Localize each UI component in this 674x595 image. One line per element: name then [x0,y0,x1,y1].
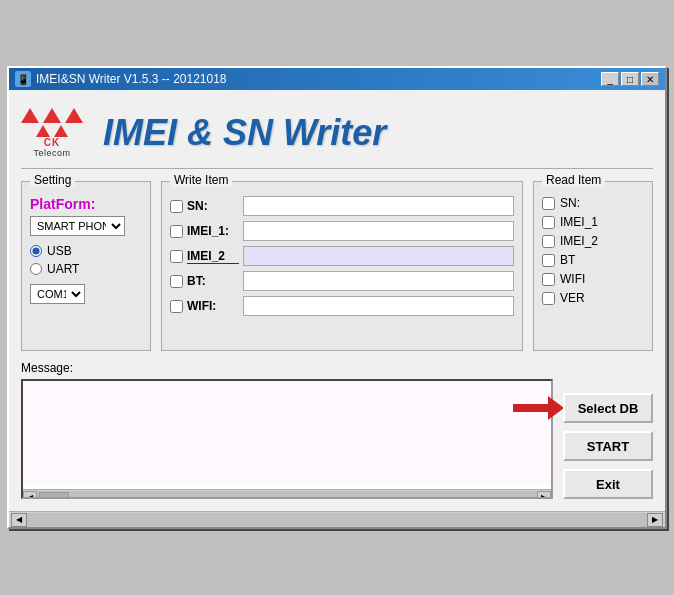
select-db-wrapper: Select DB [563,393,653,423]
app-header: CK Telecom IMEI & SN Writer [21,100,653,169]
logo-area: CK Telecom [21,108,83,158]
write-row-sn: SN: [170,196,514,216]
read-row-imei1: IMEI_1 [542,215,644,229]
write-checkbox-bt[interactable] [170,275,183,288]
write-checkbox-imei1[interactable] [170,225,183,238]
arrow-head [548,396,564,420]
com-select[interactable]: COM1 COM2 COM3 [30,284,85,304]
horizontal-scrollbar[interactable]: ◀ ▶ [23,489,551,499]
read-checkbox-imei2[interactable] [542,235,555,248]
logo-ck: CK [44,137,60,148]
logo-telecom: Telecom [33,148,70,158]
read-checkbox-sn[interactable] [542,197,555,210]
write-input-wifi[interactable] [243,296,514,316]
write-checkbox-wifi[interactable] [170,300,183,313]
radio-usb-item: USB [30,244,142,258]
platform-label: PlatForm: [30,196,142,212]
platform-select-wrapper: SMART PHONE FEATURE PHONE TABLET [30,216,142,236]
write-input-imei2[interactable] [243,246,514,266]
read-label-ver: VER [560,291,585,305]
window-body: CK Telecom IMEI & SN Writer Setting Plat… [9,90,665,511]
read-row-imei2: IMEI_2 [542,234,644,248]
scroll-left-button[interactable]: ◀ [23,491,37,500]
setting-panel-title: Setting [30,173,75,187]
read-row-bt: BT [542,253,644,267]
button-panel: Select DB START Exit [563,361,653,499]
app-title: IMEI & SN Writer [103,112,386,154]
maximize-button[interactable]: □ [621,72,639,86]
message-box-container: ◀ ▶ [21,379,553,499]
read-checkbox-imei1[interactable] [542,216,555,229]
read-checkbox-ver[interactable] [542,292,555,305]
write-checkbox-imei2[interactable] [170,250,183,263]
read-row-sn: SN: [542,196,644,210]
read-row-ver: VER [542,291,644,305]
write-label-sn: SN: [187,199,239,213]
scroll-track [37,491,537,500]
write-label-wifi: WIFI: [187,299,239,313]
radio-uart-item: UART [30,262,142,276]
read-label-imei2: IMEI_2 [560,234,598,248]
read-label-bt: BT [560,253,575,267]
arrow-shaft [513,404,548,412]
write-label-imei2: IMEI_2 [187,249,239,264]
message-area: Message: ◀ ▶ [21,361,553,499]
write-label-imei1: IMEI_1: [187,224,239,238]
window-scroll-track [27,513,647,527]
message-textarea[interactable] [23,381,551,486]
write-row-bt: BT: [170,271,514,291]
logo-row2 [36,125,68,137]
platform-select[interactable]: SMART PHONE FEATURE PHONE TABLET [30,216,125,236]
logo-row1 [21,108,83,123]
logo-triangle-1 [21,108,39,123]
read-checkbox-wifi[interactable] [542,273,555,286]
bottom-area: Message: ◀ ▶ [21,361,653,499]
title-controls: _ □ ✕ [601,72,659,86]
write-input-sn[interactable] [243,196,514,216]
select-db-button[interactable]: Select DB [563,393,653,423]
read-label-imei1: IMEI_1 [560,215,598,229]
start-button[interactable]: START [563,431,653,461]
read-checkbox-bt[interactable] [542,254,555,267]
radio-group: USB UART [30,244,142,276]
close-button[interactable]: ✕ [641,72,659,86]
main-content: Setting PlatForm: SMART PHONE FEATURE PH… [21,181,653,351]
title-bar-left: 📱 IMEI&SN Writer V1.5.3 -- 20121018 [15,71,227,87]
radio-uart[interactable] [30,263,42,275]
logo-triangle-small-1 [36,125,50,137]
main-window: 📱 IMEI&SN Writer V1.5.3 -- 20121018 _ □ … [7,66,667,529]
message-label: Message: [21,361,553,375]
write-input-bt[interactable] [243,271,514,291]
radio-usb[interactable] [30,245,42,257]
radio-usb-label: USB [47,244,72,258]
write-row-wifi: WIFI: [170,296,514,316]
window-icon: 📱 [15,71,31,87]
window-scrollbar: ◀ ▶ [9,511,665,527]
radio-uart-label: UART [47,262,79,276]
minimize-button[interactable]: _ [601,72,619,86]
write-row-imei1: IMEI_1: [170,221,514,241]
window-title: IMEI&SN Writer V1.5.3 -- 20121018 [36,72,227,86]
write-label-bt: BT: [187,274,239,288]
write-checkbox-sn[interactable] [170,200,183,213]
read-row-wifi: WIFI [542,272,644,286]
scroll-thumb[interactable] [39,492,69,500]
exit-button[interactable]: Exit [563,469,653,499]
logo-triangle-3 [65,108,83,123]
read-item-panel: Read Item SN: IMEI_1 IMEI_2 BT [533,181,653,351]
write-item-panel: Write Item SN: IMEI_1: IMEI_2 [161,181,523,351]
logo-triangle-small-2 [54,125,68,137]
write-input-imei1[interactable] [243,221,514,241]
write-row-imei2: IMEI_2 [170,246,514,266]
title-bar: 📱 IMEI&SN Writer V1.5.3 -- 20121018 _ □ … [9,68,665,90]
window-scroll-right[interactable]: ▶ [647,513,663,527]
window-scroll-left[interactable]: ◀ [11,513,27,527]
com-select-wrapper: COM1 COM2 COM3 [30,284,142,304]
read-panel-title: Read Item [542,173,605,187]
arrow-indicator [513,396,564,420]
write-panel-title: Write Item [170,173,232,187]
setting-panel: Setting PlatForm: SMART PHONE FEATURE PH… [21,181,151,351]
scroll-right-button[interactable]: ▶ [537,491,551,500]
read-label-wifi: WIFI [560,272,585,286]
read-label-sn: SN: [560,196,580,210]
